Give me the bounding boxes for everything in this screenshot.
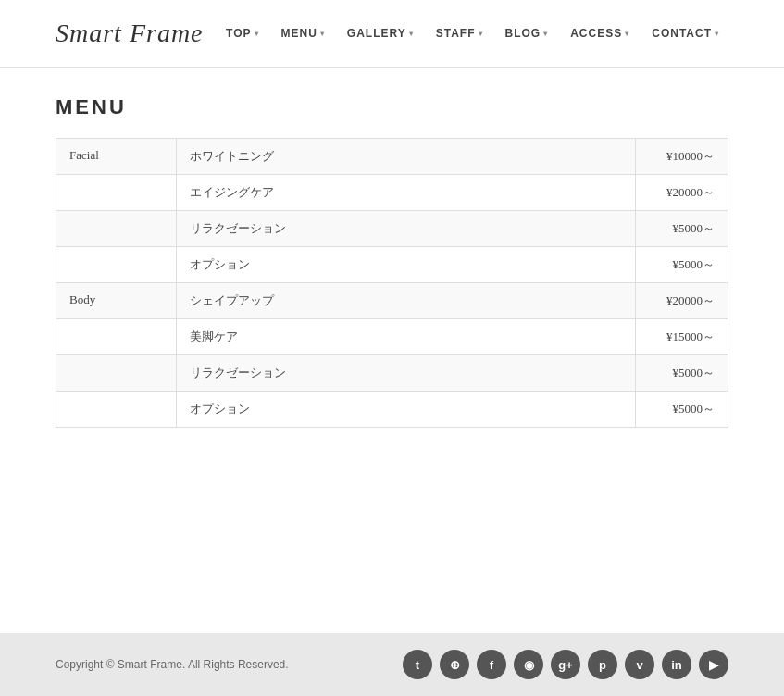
googleplus-icon[interactable]: g+: [551, 650, 580, 679]
menu-table: Facialホワイトニング¥10000～エイジングケア¥20000～リラクゼーシ…: [56, 138, 728, 428]
cell-price: ¥5000～: [636, 211, 728, 247]
nav-item-contact[interactable]: CONTACT▾: [642, 21, 728, 45]
nav-item-gallery[interactable]: GALLERY▾: [338, 21, 423, 45]
youtube-icon[interactable]: ▶: [699, 650, 728, 679]
cell-category: Body: [56, 283, 177, 319]
social-icons-container: t⊕f◉g+pvin▶: [403, 650, 728, 679]
nav-arrow-access: ▾: [625, 30, 629, 38]
cell-service-name: 美脚ケア: [177, 319, 636, 355]
nav-label-gallery: GALLERY: [347, 27, 406, 40]
cell-price: ¥10000～: [636, 139, 728, 175]
nav-label-menu: MENU: [281, 27, 317, 40]
table-row: リラクゼーション¥5000～: [56, 355, 728, 392]
linkedin-icon[interactable]: in: [662, 650, 691, 679]
nav-label-top: TOP: [226, 27, 251, 40]
site-title[interactable]: Smart Frame: [56, 19, 204, 48]
cell-price: ¥5000～: [636, 355, 728, 392]
nav-arrow-gallery: ▾: [409, 30, 414, 38]
twitter-icon[interactable]: t: [403, 650, 432, 679]
cell-category: [56, 319, 177, 355]
cell-service-name: シェイプアップ: [177, 283, 636, 319]
table-row: リラクゼーション¥5000～: [56, 211, 728, 247]
table-row: エイジングケア¥20000～: [56, 175, 728, 211]
nav-arrow-top: ▾: [255, 30, 259, 38]
nav-label-blog: BLOG: [505, 27, 541, 40]
table-row: Facialホワイトニング¥10000～: [56, 139, 728, 175]
page-title: MENU: [56, 95, 728, 119]
nav-arrow-contact: ▾: [715, 30, 719, 38]
cell-price: ¥5000～: [636, 247, 728, 283]
table-row: オプション¥5000～: [56, 247, 728, 283]
cell-price: ¥20000～: [636, 283, 728, 319]
nav-item-blog[interactable]: BLOG▾: [496, 21, 558, 45]
cell-category: [56, 355, 177, 392]
main-content: MENU Facialホワイトニング¥10000～エイジングケア¥20000～リ…: [0, 68, 784, 633]
nav-item-top[interactable]: TOP▾: [217, 21, 268, 45]
flickr-icon[interactable]: ⊕: [440, 650, 469, 679]
cell-category: [56, 211, 177, 247]
cell-service-name: オプション: [177, 392, 636, 428]
footer: Copyright © Smart Frame. All Rights Rese…: [0, 633, 784, 696]
nav-item-access[interactable]: ACCESS▾: [561, 21, 639, 45]
table-row: オプション¥5000～: [56, 392, 728, 428]
nav-item-staff[interactable]: STAFF▾: [427, 21, 492, 45]
nav-arrow-menu: ▾: [320, 30, 325, 38]
nav-label-staff: STAFF: [436, 27, 476, 40]
cell-service-name: ホワイトニング: [177, 139, 636, 175]
nav-item-menu[interactable]: MENU▾: [272, 21, 334, 45]
cell-category: [56, 175, 177, 211]
cell-category: [56, 247, 177, 283]
cell-service-name: リラクゼーション: [177, 211, 636, 247]
table-row: 美脚ケア¥15000～: [56, 319, 728, 355]
vimeo-icon[interactable]: v: [625, 650, 654, 679]
pinterest-icon[interactable]: p: [588, 650, 617, 679]
cell-category: [56, 392, 177, 428]
cell-price: ¥15000～: [636, 319, 728, 355]
cell-price: ¥5000～: [636, 392, 728, 428]
cell-category: Facial: [56, 139, 177, 175]
cell-service-name: リラクゼーション: [177, 355, 636, 392]
facebook-icon[interactable]: f: [477, 650, 506, 679]
nav-label-contact: CONTACT: [652, 27, 712, 40]
main-nav: TOP▾MENU▾GALLERY▾STAFF▾BLOG▾ACCESS▾CONTA…: [217, 21, 728, 45]
nav-label-access: ACCESS: [570, 27, 622, 40]
copyright: Copyright © Smart Frame. All Rights Rese…: [56, 658, 289, 671]
cell-service-name: オプション: [177, 247, 636, 283]
cell-service-name: エイジングケア: [177, 175, 636, 211]
nav-arrow-staff: ▾: [479, 30, 483, 38]
header: Smart Frame TOP▾MENU▾GALLERY▾STAFF▾BLOG▾…: [0, 0, 784, 68]
table-row: Bodyシェイプアップ¥20000～: [56, 283, 728, 319]
cell-price: ¥20000～: [636, 175, 728, 211]
nav-arrow-blog: ▾: [543, 30, 548, 38]
instagram-icon[interactable]: ◉: [514, 650, 543, 679]
